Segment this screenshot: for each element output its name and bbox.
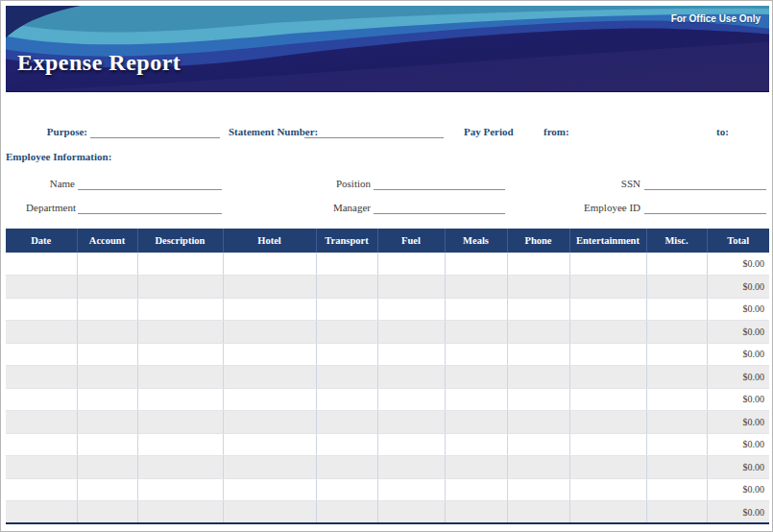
phone-cell[interactable]	[507, 433, 569, 456]
misc-cell[interactable]	[646, 253, 707, 276]
description-cell[interactable]	[137, 253, 223, 276]
misc-cell[interactable]	[646, 433, 707, 456]
phone-cell[interactable]	[507, 366, 569, 389]
date-cell[interactable]	[6, 276, 77, 299]
date-cell[interactable]	[6, 343, 77, 366]
hotel-cell[interactable]	[223, 411, 316, 434]
transport-cell[interactable]	[316, 501, 377, 524]
entertainment-cell[interactable]	[569, 366, 646, 389]
entertainment-cell[interactable]	[569, 321, 646, 344]
misc-cell[interactable]	[646, 388, 707, 411]
hotel-cell[interactable]	[223, 366, 316, 389]
account-cell[interactable]	[77, 388, 137, 411]
description-cell[interactable]	[137, 501, 223, 524]
account-cell[interactable]	[77, 501, 137, 524]
entertainment-cell[interactable]	[569, 276, 646, 299]
description-cell[interactable]	[137, 411, 223, 434]
fuel-cell[interactable]	[377, 343, 445, 366]
name-field[interactable]	[78, 189, 222, 190]
transport-cell[interactable]	[316, 366, 377, 389]
fuel-cell[interactable]	[377, 321, 445, 344]
phone-cell[interactable]	[507, 298, 569, 321]
meals-cell[interactable]	[445, 456, 507, 479]
date-cell[interactable]	[6, 366, 77, 389]
account-cell[interactable]	[77, 478, 137, 501]
account-cell[interactable]	[77, 456, 137, 479]
fuel-cell[interactable]	[377, 253, 445, 276]
misc-cell[interactable]	[646, 501, 707, 524]
date-cell[interactable]	[6, 433, 77, 456]
fuel-cell[interactable]	[377, 501, 445, 524]
entertainment-cell[interactable]	[569, 411, 646, 434]
hotel-cell[interactable]	[223, 456, 316, 479]
date-cell[interactable]	[6, 253, 77, 276]
department-field[interactable]	[78, 213, 222, 214]
meals-cell[interactable]	[445, 298, 507, 321]
meals-cell[interactable]	[445, 433, 507, 456]
description-cell[interactable]	[137, 433, 223, 456]
fuel-cell[interactable]	[377, 478, 445, 501]
date-cell[interactable]	[6, 456, 77, 479]
account-cell[interactable]	[77, 433, 137, 456]
date-cell[interactable]	[6, 478, 77, 501]
transport-cell[interactable]	[316, 298, 377, 321]
misc-cell[interactable]	[646, 366, 707, 389]
transport-cell[interactable]	[316, 433, 377, 456]
meals-cell[interactable]	[445, 478, 507, 501]
transport-cell[interactable]	[316, 321, 377, 344]
date-cell[interactable]	[6, 321, 77, 344]
account-cell[interactable]	[77, 276, 137, 299]
entertainment-cell[interactable]	[569, 478, 646, 501]
misc-cell[interactable]	[646, 321, 707, 344]
entertainment-cell[interactable]	[569, 501, 646, 524]
transport-cell[interactable]	[316, 343, 377, 366]
date-cell[interactable]	[6, 298, 77, 321]
meals-cell[interactable]	[445, 411, 507, 434]
phone-cell[interactable]	[507, 253, 569, 276]
ssn-field[interactable]	[644, 189, 766, 190]
account-cell[interactable]	[77, 411, 137, 434]
meals-cell[interactable]	[445, 253, 507, 276]
hotel-cell[interactable]	[223, 388, 316, 411]
meals-cell[interactable]	[445, 388, 507, 411]
meals-cell[interactable]	[445, 501, 507, 524]
hotel-cell[interactable]	[223, 298, 316, 321]
misc-cell[interactable]	[646, 456, 707, 479]
misc-cell[interactable]	[646, 478, 707, 501]
description-cell[interactable]	[137, 478, 223, 501]
manager-field[interactable]	[374, 213, 505, 214]
phone-cell[interactable]	[507, 343, 569, 366]
account-cell[interactable]	[77, 366, 137, 389]
transport-cell[interactable]	[316, 276, 377, 299]
meals-cell[interactable]	[445, 366, 507, 389]
statement-number-field[interactable]	[304, 137, 444, 138]
meals-cell[interactable]	[445, 343, 507, 366]
entertainment-cell[interactable]	[569, 298, 646, 321]
fuel-cell[interactable]	[377, 388, 445, 411]
account-cell[interactable]	[77, 343, 137, 366]
fuel-cell[interactable]	[377, 456, 445, 479]
transport-cell[interactable]	[316, 478, 377, 501]
hotel-cell[interactable]	[223, 253, 316, 276]
date-cell[interactable]	[6, 388, 77, 411]
phone-cell[interactable]	[507, 276, 569, 299]
phone-cell[interactable]	[507, 456, 569, 479]
description-cell[interactable]	[137, 343, 223, 366]
misc-cell[interactable]	[646, 276, 707, 299]
hotel-cell[interactable]	[223, 276, 316, 299]
phone-cell[interactable]	[507, 321, 569, 344]
position-field[interactable]	[374, 189, 505, 190]
entertainment-cell[interactable]	[569, 343, 646, 366]
description-cell[interactable]	[137, 298, 223, 321]
date-cell[interactable]	[6, 501, 77, 524]
entertainment-cell[interactable]	[569, 433, 646, 456]
entertainment-cell[interactable]	[569, 456, 646, 479]
hotel-cell[interactable]	[223, 343, 316, 366]
description-cell[interactable]	[137, 388, 223, 411]
phone-cell[interactable]	[507, 478, 569, 501]
hotel-cell[interactable]	[223, 478, 316, 501]
phone-cell[interactable]	[507, 501, 569, 524]
phone-cell[interactable]	[507, 411, 569, 434]
description-cell[interactable]	[137, 366, 223, 389]
meals-cell[interactable]	[445, 321, 507, 344]
